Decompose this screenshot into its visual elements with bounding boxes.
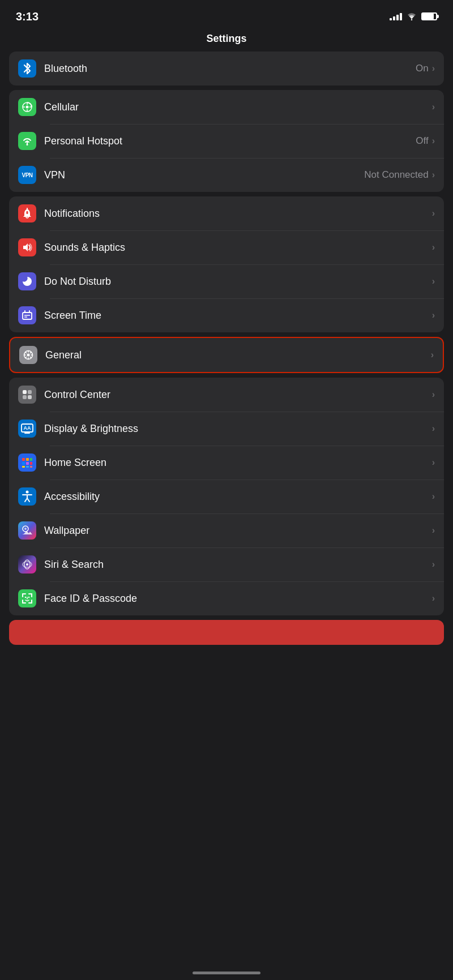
svg-rect-41 — [31, 593, 32, 597]
svg-point-3 — [27, 144, 28, 145]
faceid-label: Face ID & Passcode — [44, 593, 432, 605]
settings-item-controlcenter[interactable]: Control Center › — [9, 378, 444, 412]
notifications-icon — [18, 204, 36, 222]
home-indicator — [193, 972, 260, 974]
svg-point-35 — [26, 563, 28, 566]
notifications-label: Notifications — [44, 208, 432, 220]
svg-rect-23 — [30, 458, 32, 461]
settings-item-faceid[interactable]: Face ID & Passcode › — [9, 581, 444, 615]
svg-rect-13 — [23, 390, 27, 394]
svg-rect-6 — [23, 313, 32, 319]
settings-item-bluetooth[interactable]: Bluetooth On › — [9, 52, 444, 85]
general-chevron: › — [431, 350, 434, 360]
cellular-label: Cellular — [44, 101, 429, 113]
status-icons — [390, 12, 437, 20]
nav-title: Settings — [0, 29, 453, 52]
svg-rect-16 — [28, 395, 32, 399]
notifications-chevron: › — [432, 208, 435, 219]
settings-item-homescreen[interactable]: Home Screen › — [9, 446, 444, 480]
svg-rect-5 — [27, 211, 28, 214]
system-group-2: Control Center › AA Display & Brightness… — [9, 378, 444, 615]
vpn-label: VPN — [44, 169, 364, 181]
svg-point-2 — [26, 106, 29, 109]
settings-item-notifications[interactable]: Notifications › — [9, 196, 444, 230]
vpn-chevron: › — [432, 170, 435, 180]
general-icon — [19, 346, 37, 364]
svg-rect-28 — [26, 466, 29, 468]
hotspot-value: Off — [416, 135, 428, 147]
settings-item-screentime[interactable]: Screen Time › — [9, 298, 444, 332]
general-group: General › — [9, 337, 444, 373]
system-group-1: Notifications › Sounds & Haptics › Do No… — [9, 196, 444, 332]
settings-item-siri[interactable]: Siri & Search › — [9, 547, 444, 581]
svg-point-44 — [25, 597, 26, 598]
bluetooth-label: Bluetooth — [44, 63, 416, 75]
general-label: General — [45, 349, 431, 361]
svg-point-12 — [27, 354, 30, 357]
hotspot-icon — [18, 132, 36, 150]
dnd-label: Do Not Disturb — [44, 276, 432, 288]
homescreen-label: Home Screen — [44, 457, 432, 469]
page-title: Settings — [206, 33, 246, 44]
status-time: 3:13 — [16, 10, 39, 23]
accessibility-label: Accessibility — [44, 491, 432, 503]
status-bar: 3:13 — [0, 0, 453, 29]
settings-item-display[interactable]: AA Display & Brightness › — [9, 412, 444, 446]
faceid-chevron: › — [432, 593, 435, 604]
connectivity-group: Cellular › Personal Hotspot Off › VPN VP… — [9, 90, 444, 192]
hotspot-chevron: › — [432, 136, 435, 146]
svg-rect-24 — [22, 462, 25, 465]
settings-item-hotspot[interactable]: Personal Hotspot Off › — [9, 124, 444, 158]
wallpaper-icon — [18, 521, 36, 540]
svg-rect-40 — [22, 593, 23, 597]
display-icon: AA — [18, 420, 36, 438]
vpn-icon: VPN — [18, 166, 36, 184]
svg-text:AA: AA — [24, 425, 31, 431]
svg-rect-43 — [31, 600, 32, 604]
settings-item-cellular[interactable]: Cellular › — [9, 90, 444, 124]
settings-item-dnd[interactable]: Do Not Disturb › — [9, 264, 444, 298]
cellular-chevron: › — [432, 102, 435, 112]
siri-label: Siri & Search — [44, 559, 432, 571]
svg-rect-15 — [23, 395, 27, 399]
accessibility-chevron: › — [432, 491, 435, 502]
screentime-icon — [18, 306, 36, 324]
svg-rect-27 — [22, 466, 25, 468]
sounds-chevron: › — [432, 242, 435, 253]
bluetooth-chevron: › — [432, 63, 435, 74]
screentime-chevron: › — [432, 310, 435, 320]
settings-item-vpn[interactable]: VPN VPN Not Connected › — [9, 158, 444, 192]
wallpaper-label: Wallpaper — [44, 525, 432, 537]
svg-rect-25 — [26, 462, 29, 465]
bottom-partial-item — [9, 620, 444, 645]
connectivity-top-group: Bluetooth On › — [9, 52, 444, 85]
svg-rect-26 — [30, 462, 32, 465]
homescreen-icon — [18, 453, 36, 472]
signal-icon — [390, 12, 402, 20]
dnd-chevron: › — [432, 276, 435, 286]
settings-item-wallpaper[interactable]: Wallpaper › — [9, 513, 444, 547]
settings-item-general[interactable]: General › — [10, 338, 443, 372]
svg-rect-42 — [22, 600, 23, 604]
svg-point-45 — [28, 597, 29, 598]
homescreen-chevron: › — [432, 457, 435, 468]
svg-rect-22 — [26, 458, 29, 461]
hotspot-label: Personal Hotspot — [44, 135, 416, 147]
faceid-icon — [18, 589, 36, 607]
controlcenter-chevron: › — [432, 390, 435, 400]
svg-point-30 — [26, 491, 29, 494]
svg-rect-29 — [30, 466, 32, 468]
bluetooth-icon — [18, 59, 36, 78]
cellular-icon — [18, 98, 36, 116]
siri-chevron: › — [432, 559, 435, 570]
wifi-icon — [407, 12, 417, 20]
siri-icon — [18, 555, 36, 574]
settings-item-sounds[interactable]: Sounds & Haptics › — [9, 230, 444, 264]
svg-point-32 — [24, 528, 27, 530]
svg-rect-14 — [28, 390, 32, 394]
screentime-label: Screen Time — [44, 310, 432, 322]
settings-item-accessibility[interactable]: Accessibility › — [9, 480, 444, 513]
controlcenter-icon — [18, 386, 36, 404]
accessibility-icon — [18, 487, 36, 506]
wallpaper-chevron: › — [432, 525, 435, 536]
